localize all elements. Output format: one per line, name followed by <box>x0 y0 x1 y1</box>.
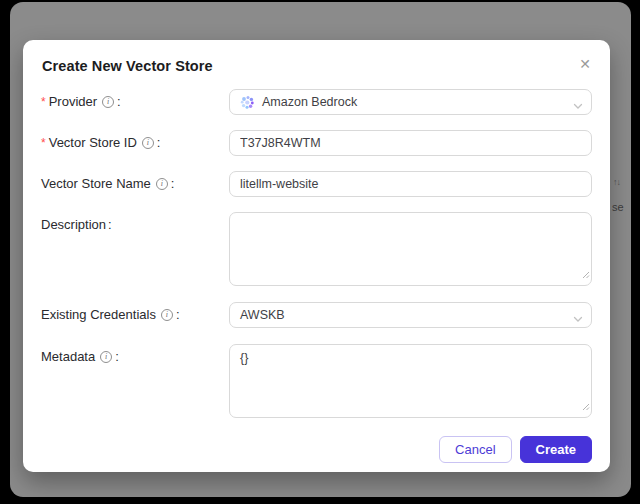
screenshot-stage: ↑↓ se Create New Vector Store ✕ * Provid… <box>0 0 640 504</box>
vector-store-name-info-icon[interactable]: i <box>156 178 168 190</box>
dialog-title: Create New Vector Store <box>42 58 592 75</box>
vector-store-id-info-icon[interactable]: i <box>142 137 154 149</box>
background-sort-icon: ↑↓ <box>613 177 620 187</box>
form-row-vector-store-name: Vector Store Name i : <box>41 171 592 197</box>
label-colon: : <box>157 135 161 151</box>
label-colon: : <box>176 307 180 323</box>
provider-select[interactable]: Amazon Bedrock <box>229 89 592 115</box>
metadata-label: Metadata i : <box>41 344 229 365</box>
form-row-metadata: Metadata i : {} <box>41 344 592 418</box>
description-label-text: Description <box>41 217 106 233</box>
existing-credentials-info-icon[interactable]: i <box>161 309 173 321</box>
existing-credentials-selected-value: AWSKB <box>240 308 285 322</box>
label-colon: : <box>115 349 119 365</box>
form-row-description: Description : <box>41 212 592 286</box>
metadata-textarea[interactable]: {} <box>229 344 592 418</box>
vector-store-name-label-text: Vector Store Name <box>41 176 151 192</box>
required-mark: * <box>41 135 46 151</box>
label-colon: : <box>171 176 175 192</box>
form-row-existing-credentials: Existing Credentials i : AWSKB <box>41 302 592 328</box>
provider-info-icon[interactable]: i <box>102 96 114 108</box>
resize-handle-icon[interactable] <box>582 265 590 283</box>
provider-label-text: Provider <box>49 94 97 110</box>
close-icon[interactable]: ✕ <box>575 54 595 74</box>
vector-store-id-label-text: Vector Store ID <box>49 135 137 151</box>
vector-store-id-input[interactable] <box>229 130 592 156</box>
provider-label: * Provider i : <box>41 94 229 110</box>
dialog-footer: Cancel Create <box>41 436 592 463</box>
resize-handle-icon[interactable] <box>582 397 590 415</box>
existing-credentials-label-text: Existing Credentials <box>41 307 156 323</box>
vector-store-name-label: Vector Store Name i : <box>41 176 229 192</box>
required-mark: * <box>41 94 46 110</box>
existing-credentials-select[interactable]: AWSKB <box>229 302 592 328</box>
background-partial-text: se <box>612 201 624 213</box>
vector-store-name-input[interactable] <box>229 171 592 197</box>
description-label: Description : <box>41 212 229 233</box>
label-colon: : <box>117 94 121 110</box>
chevron-down-icon <box>573 312 583 326</box>
chevron-down-icon <box>573 99 583 113</box>
form-row-provider: * Provider i : <box>41 89 592 115</box>
metadata-info-icon[interactable]: i <box>100 351 112 363</box>
cancel-button[interactable]: Cancel <box>439 436 511 463</box>
existing-credentials-label: Existing Credentials i : <box>41 307 229 323</box>
create-vector-store-dialog: Create New Vector Store ✕ * Provider i : <box>23 40 610 472</box>
create-button[interactable]: Create <box>520 436 592 463</box>
amazon-bedrock-icon <box>240 95 255 110</box>
provider-selected-value: Amazon Bedrock <box>262 95 357 109</box>
description-textarea[interactable] <box>229 212 592 286</box>
vector-store-id-label: * Vector Store ID i : <box>41 135 229 151</box>
form-row-vector-store-id: * Vector Store ID i : <box>41 130 592 156</box>
label-colon: : <box>108 217 112 233</box>
metadata-label-text: Metadata <box>41 349 95 365</box>
